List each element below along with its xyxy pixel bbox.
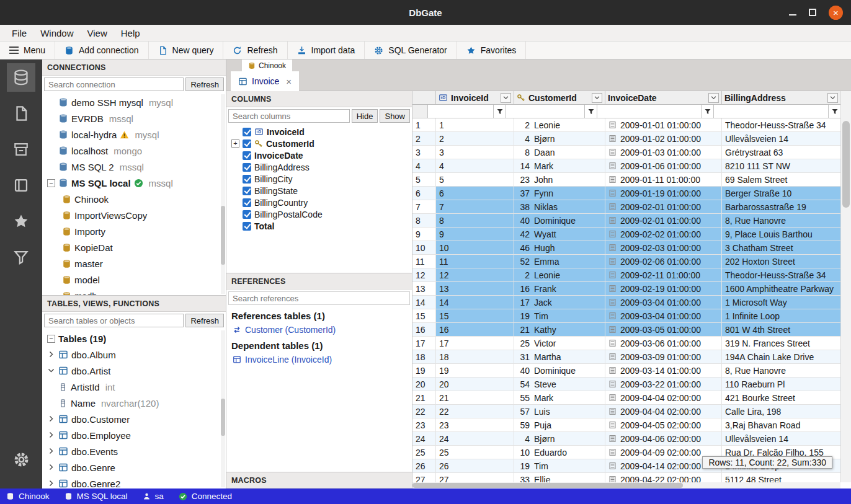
cell-invoicedate[interactable]: 2009-04-05 02:00:00 — [605, 418, 722, 432]
row-number[interactable]: 21 — [412, 391, 436, 405]
scrollbar-thumb[interactable] — [842, 121, 850, 208]
statusbar-connection[interactable]: MS SQL local — [65, 492, 128, 501]
cell-invoicedate[interactable]: 2009-01-01 01:00:00 — [605, 118, 722, 132]
row-number[interactable]: 12 — [412, 268, 436, 282]
table-row[interactable]: 13 13 16 Frank 2009-02-19 01:00:00 — [412, 282, 840, 296]
row-number[interactable]: 3 — [412, 146, 436, 159]
cell-billingaddress[interactable]: 69 Salem Street — [722, 173, 840, 187]
import-data-button[interactable]: Import data — [288, 42, 365, 59]
cell-invoiceid[interactable]: 6 — [436, 187, 514, 200]
cell-customerid[interactable]: 42 Wyatt — [514, 228, 605, 241]
cell-billingaddress[interactable]: 1 Microsoft Way — [722, 296, 840, 309]
chevron-icon[interactable] — [47, 431, 55, 440]
table-row[interactable]: 22 22 57 Luis 2009-04-04 02:00:00 — [412, 405, 840, 418]
cell-customerid[interactable]: 55 Mark — [514, 391, 605, 405]
sidebar-item-archive[interactable] — [7, 135, 35, 164]
refresh-connections-button[interactable]: Refresh — [185, 77, 224, 91]
cell-customerid[interactable]: 40 Dominique — [514, 214, 605, 228]
row-number[interactable]: 18 — [412, 350, 436, 364]
row-number[interactable]: 8 — [412, 214, 436, 228]
row-number[interactable]: 4 — [412, 159, 436, 173]
cell-invoicedate[interactable]: 2009-03-06 01:00:00 — [605, 337, 722, 350]
cell-invoiceid[interactable]: 24 — [436, 432, 514, 446]
sql-generator-button[interactable]: SQL Generator — [365, 42, 457, 59]
cell-invoiceid[interactable]: 15 — [436, 309, 514, 323]
table-tree-item[interactable]: dbo.Events — [42, 443, 226, 459]
sidebar-item-filters[interactable] — [7, 243, 35, 272]
favorites-button[interactable]: Favorites — [457, 42, 527, 59]
cell-invoicedate[interactable]: 2009-03-09 01:00:00 — [605, 350, 722, 364]
expand-icon[interactable] — [231, 139, 239, 148]
cell-invoicedate[interactable]: 2009-04-04 02:00:00 — [605, 405, 722, 418]
chevron-icon[interactable] — [47, 399, 55, 407]
row-number[interactable]: 6 — [412, 187, 436, 200]
maximize-button[interactable] — [809, 9, 816, 16]
cell-customerid[interactable]: 31 Martha — [514, 350, 605, 364]
connection-item[interactable]: demo SSH mysql mysql — [42, 94, 226, 110]
cell-billingaddress[interactable]: Calle Lira, 198 — [722, 405, 840, 418]
scrollbar-thumb[interactable] — [221, 399, 225, 436]
table-row[interactable]: 17 17 25 Victor 2009-03-06 01:00:00 — [412, 337, 840, 350]
cell-customerid[interactable]: 46 Hugh — [514, 241, 605, 255]
table-tree-item[interactable]: dbo.Genre2 — [42, 475, 226, 489]
cell-invoiceid[interactable]: 8 — [436, 214, 514, 228]
cell-invoiceid[interactable]: 10 — [436, 241, 514, 255]
cell-invoiceid[interactable]: 23 — [436, 418, 514, 432]
cell-billingaddress[interactable]: 202 Hoxton Street — [722, 255, 840, 268]
cell-billingaddress[interactable]: 3,Raj Bhavan Road — [722, 418, 840, 432]
cell-invoicedate[interactable]: 2009-02-06 01:00:00 — [605, 255, 722, 268]
menu-item[interactable]: File — [5, 26, 33, 40]
scrollbar[interactable] — [221, 330, 225, 487]
row-number[interactable]: 19 — [412, 364, 436, 378]
table-tree-item[interactable]: dbo.Album — [42, 347, 226, 363]
chevron-icon[interactable] — [47, 447, 55, 456]
row-number[interactable]: 27 — [412, 473, 436, 482]
row-number[interactable]: 10 — [412, 241, 436, 255]
cell-customerid[interactable]: 59 Puja — [514, 418, 605, 432]
table-row[interactable]: 16 16 21 Kathy 2009-03-05 01:00:00 — [412, 323, 840, 337]
cell-billingaddress[interactable]: 1 Infinite Loop — [722, 309, 840, 323]
database-item[interactable]: Importy — [42, 223, 226, 239]
cell-customerid[interactable]: 23 John — [514, 173, 605, 187]
cell-billingaddress[interactable]: 9, Place Louis Barthou — [722, 228, 840, 241]
search-tables-input[interactable] — [44, 314, 184, 327]
cell-billingaddress[interactable]: 1600 Amphitheatre Parkway — [722, 282, 840, 296]
row-number[interactable]: 1 — [412, 118, 436, 132]
cell-customerid[interactable]: 4 Bjørn — [514, 432, 605, 446]
refresh-tables-button[interactable]: Refresh — [185, 314, 224, 327]
cell-invoiceid[interactable]: 9 — [436, 228, 514, 241]
cell-billingaddress[interactable]: Ullevålsveien 14 — [722, 132, 840, 146]
cell-customerid[interactable]: 40 Dominique — [514, 364, 605, 378]
chevron-icon[interactable] — [47, 382, 55, 391]
table-row[interactable]: 12 12 2 Leonie 2009-02-11 01:00:00 — [412, 268, 840, 282]
cell-customerid[interactable]: 2 Leonie — [514, 118, 605, 132]
cell-invoicedate[interactable]: 2009-01-06 01:00:00 — [605, 159, 722, 173]
row-number[interactable]: 15 — [412, 309, 436, 323]
show-button[interactable]: Show — [380, 109, 410, 123]
connection-item[interactable]: localhost mongo — [42, 143, 226, 159]
table-row[interactable]: 21 21 55 Mark 2009-04-04 02:00:00 — [412, 391, 840, 405]
cell-customerid[interactable]: 2 Leonie — [514, 268, 605, 282]
minimize-button[interactable] — [789, 14, 796, 15]
cell-customerid[interactable]: 14 Mark — [514, 159, 605, 173]
cell-customerid[interactable]: 52 Emma — [514, 255, 605, 268]
row-number[interactable]: 24 — [412, 432, 436, 446]
vertical-scrollbar[interactable] — [840, 91, 851, 482]
table-row[interactable]: 8 8 40 Dominique 2009-02-01 01:00:00 — [412, 214, 840, 228]
cell-invoicedate[interactable]: 2009-01-03 01:00:00 — [605, 146, 722, 159]
column-checkbox[interactable] — [243, 163, 251, 172]
cell-invoiceid[interactable]: 2 — [436, 132, 514, 146]
row-number[interactable]: 16 — [412, 323, 436, 337]
cell-invoicedate[interactable]: 2009-04-22 02:00:00 — [605, 473, 722, 482]
table-tree-item[interactable]: dbo.Genre — [42, 459, 226, 475]
refresh-button[interactable]: Refresh — [223, 42, 287, 59]
column-check-item[interactable]: CustomerId — [226, 138, 412, 149]
table-tree-item[interactable]: dbo.Employee — [42, 427, 226, 443]
menu-item[interactable]: Window — [33, 26, 80, 40]
menu-item[interactable]: Help — [114, 26, 147, 40]
cell-invoicedate[interactable]: 2009-02-11 01:00:00 — [605, 268, 722, 282]
filter-funnel-button[interactable] — [828, 105, 840, 118]
table-row[interactable]: 4 4 14 Mark 2009-01-06 01:00:00 — [412, 159, 840, 173]
row-number[interactable]: 2 — [412, 132, 436, 146]
cell-billingaddress[interactable]: Theodor-Heuss-Straße 34 — [722, 268, 840, 282]
